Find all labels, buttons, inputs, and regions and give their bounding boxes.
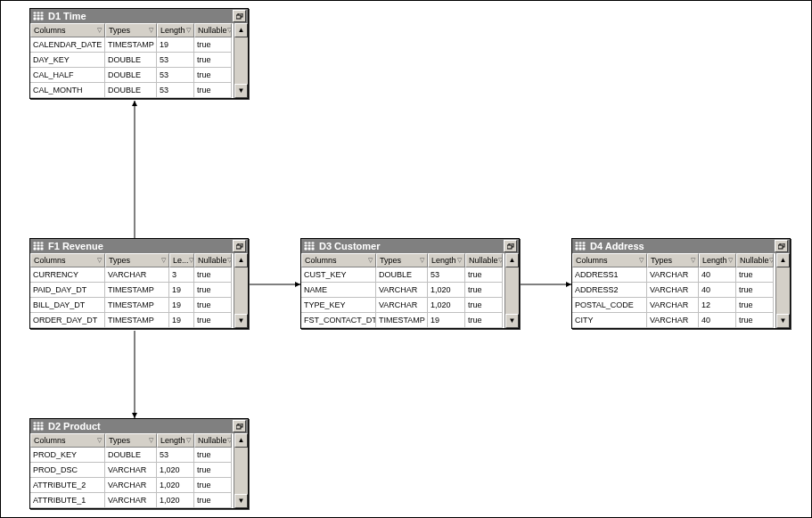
scroll-up-icon[interactable]: ▲ — [234, 253, 248, 267]
table-title-text: F1 Revenue — [48, 241, 231, 251]
table-grid: Columns▽Types▽Length▽Nullable▽PROD_KEYDO… — [30, 433, 234, 508]
col-header-types[interactable]: Types▽ — [105, 433, 157, 448]
table-row[interactable]: CALENDAR_DATETIMESTAMP19true — [30, 37, 234, 53]
sort-indicator-icon: ▽ — [457, 257, 462, 264]
vertical-scrollbar[interactable]: ▲▼ — [234, 253, 248, 328]
scroll-up-icon[interactable]: ▲ — [234, 23, 248, 37]
col-header-nullable[interactable]: Nullable▽ — [194, 23, 232, 37]
table-row[interactable]: TYPE_KEYVARCHAR1,020true — [301, 298, 504, 313]
scroll-down-icon[interactable]: ▼ — [776, 314, 790, 328]
table-title-bar[interactable]: D2 Product — [30, 419, 248, 433]
cell: DOUBLE — [105, 68, 157, 83]
cell: CALENDAR_DATE — [30, 37, 105, 53]
table-row[interactable]: FST_CONTACT_DTTIMESTAMP19true — [301, 313, 504, 328]
table-title-bar[interactable]: D3 Customer — [301, 239, 519, 253]
scroll-down-icon[interactable]: ▼ — [234, 314, 248, 328]
scroll-up-icon[interactable]: ▲ — [234, 433, 248, 448]
col-header-types[interactable]: Types▽ — [647, 253, 699, 267]
col-header-label: Types — [380, 256, 401, 265]
cell: true — [194, 68, 232, 83]
col-header-columns[interactable]: Columns▽ — [30, 253, 105, 267]
scroll-down-icon[interactable]: ▼ — [505, 314, 519, 328]
table-row[interactable]: CURRENCYVARCHAR3true — [30, 267, 234, 283]
restore-icon[interactable] — [504, 240, 517, 252]
table-row[interactable]: CITYVARCHAR40true — [572, 313, 775, 328]
restore-icon[interactable] — [233, 420, 246, 432]
table-row[interactable]: ADDRESS1VARCHAR40true — [572, 267, 775, 283]
diagram-canvas[interactable]: D1 TimeColumns▽Types▽Length▽Nullable▽CAL… — [0, 0, 812, 518]
svg-rect-20 — [236, 425, 241, 429]
restore-icon[interactable] — [775, 240, 788, 252]
table-grid: Columns▽Types▽Length▽Nullable▽ADDRESS1VA… — [572, 253, 775, 328]
restore-icon[interactable] — [233, 240, 246, 252]
table-icon — [32, 241, 45, 251]
cell: PROD_KEY — [30, 448, 105, 463]
col-header-types[interactable]: Types▽ — [376, 253, 428, 267]
col-header-types[interactable]: Types▽ — [105, 253, 169, 267]
cell: CUST_KEY — [301, 267, 376, 283]
table-title-text: D3 Customer — [319, 241, 502, 251]
table-d4-address[interactable]: D4 AddressColumns▽Types▽Length▽Nullable▽… — [571, 238, 791, 329]
table-row[interactable]: ATTRIBUTE_2VARCHAR1,020true — [30, 478, 234, 493]
col-header-columns[interactable]: Columns▽ — [301, 253, 376, 267]
table-row[interactable]: CAL_MONTHDOUBLE53true — [30, 83, 234, 98]
cell: POSTAL_CODE — [572, 298, 647, 313]
table-row[interactable]: ADDRESS2VARCHAR40true — [572, 283, 775, 298]
cell: 1,020 — [157, 493, 194, 508]
cell: TYPE_KEY — [301, 298, 376, 313]
cell: ATTRIBUTE_2 — [30, 478, 105, 493]
table-d1-time[interactable]: D1 TimeColumns▽Types▽Length▽Nullable▽CAL… — [29, 8, 249, 99]
table-row[interactable]: PAID_DAY_DTTIMESTAMP19true — [30, 283, 234, 298]
cell: true — [465, 267, 503, 283]
col-header-length[interactable]: Length▽ — [157, 23, 194, 37]
col-header-nullable[interactable]: Nullable▽ — [465, 253, 503, 267]
col-header-nullable[interactable]: Nullable▽ — [194, 253, 232, 267]
table-row[interactable]: NAMEVARCHAR1,020true — [301, 283, 504, 298]
table-row[interactable]: ORDER_DAY_DTTIMESTAMP19true — [30, 313, 234, 328]
sort-indicator-icon: ▽ — [368, 257, 373, 264]
col-header-columns[interactable]: Columns▽ — [30, 23, 105, 37]
col-header-length[interactable]: Length▽ — [157, 433, 194, 448]
table-row[interactable]: ATTRIBUTE_1VARCHAR1,020true — [30, 493, 234, 508]
col-header-types[interactable]: Types▽ — [105, 23, 157, 37]
cell: VARCHAR — [647, 298, 699, 313]
cell: true — [194, 267, 232, 283]
table-title-bar[interactable]: D4 Address — [572, 239, 790, 253]
cell: 40 — [699, 313, 736, 328]
restore-icon[interactable] — [233, 10, 246, 22]
table-row[interactable]: POSTAL_CODEVARCHAR12true — [572, 298, 775, 313]
cell: CITY — [572, 313, 647, 328]
svg-rect-6 — [236, 15, 241, 19]
sort-indicator-icon: ▽ — [189, 257, 193, 264]
table-header-row: Columns▽Types▽Le...▽Nullable▽ — [30, 253, 234, 267]
table-row[interactable]: DAY_KEYDOUBLE53true — [30, 53, 234, 68]
col-header-nullable[interactable]: Nullable▽ — [194, 433, 232, 448]
table-title-bar[interactable]: D1 Time — [30, 9, 248, 23]
col-header-length[interactable]: Length▽ — [428, 253, 465, 267]
scroll-up-icon[interactable]: ▲ — [776, 253, 790, 267]
table-row[interactable]: CUST_KEYDOUBLE53true — [301, 267, 504, 283]
table-title-bar[interactable]: F1 Revenue — [30, 239, 248, 253]
col-header-length[interactable]: Length▽ — [699, 253, 736, 267]
scroll-down-icon[interactable]: ▼ — [234, 494, 248, 508]
cell: true — [465, 313, 503, 328]
table-f1-revenue[interactable]: F1 RevenueColumns▽Types▽Le...▽Nullable▽C… — [29, 238, 249, 329]
table-d2-product[interactable]: D2 ProductColumns▽Types▽Length▽Nullable▽… — [29, 418, 249, 509]
col-header-label: Length — [702, 256, 727, 265]
table-row[interactable]: CAL_HALFDOUBLE53true — [30, 68, 234, 83]
vertical-scrollbar[interactable]: ▲▼ — [504, 253, 519, 328]
table-row[interactable]: PROD_DSCVARCHAR1,020true — [30, 463, 234, 478]
table-row[interactable]: PROD_KEYDOUBLE53true — [30, 448, 234, 463]
table-d3-customer[interactable]: D3 CustomerColumns▽Types▽Length▽Nullable… — [300, 238, 520, 329]
col-header-columns[interactable]: Columns▽ — [572, 253, 647, 267]
vertical-scrollbar[interactable]: ▲▼ — [234, 433, 248, 508]
scroll-up-icon[interactable]: ▲ — [505, 253, 519, 267]
col-header-columns[interactable]: Columns▽ — [30, 433, 105, 448]
vertical-scrollbar[interactable]: ▲▼ — [234, 23, 248, 98]
table-row[interactable]: BILL_DAY_DTTIMESTAMP19true — [30, 298, 234, 313]
scroll-down-icon[interactable]: ▼ — [234, 84, 248, 98]
col-header-length_short[interactable]: Le...▽ — [169, 253, 194, 267]
vertical-scrollbar[interactable]: ▲▼ — [775, 253, 790, 328]
cell: true — [194, 448, 232, 463]
col-header-nullable[interactable]: Nullable▽ — [736, 253, 774, 267]
